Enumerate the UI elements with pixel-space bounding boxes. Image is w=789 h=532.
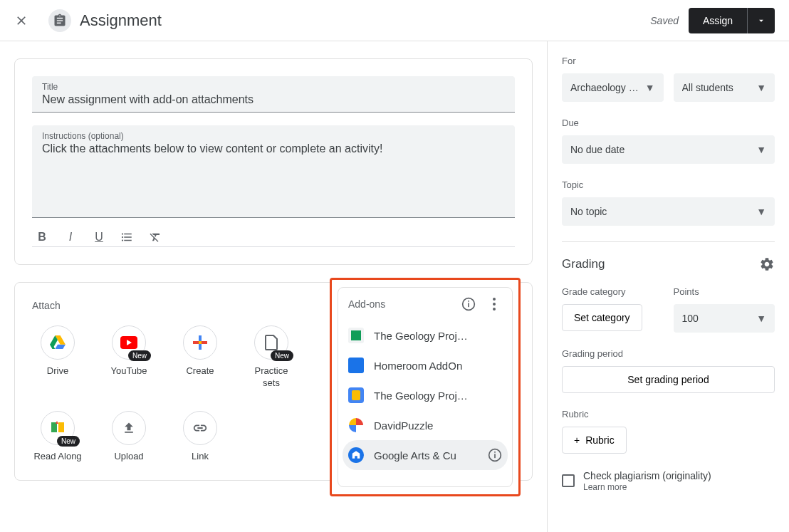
svg-rect-15 (494, 452, 496, 453)
upload-icon (112, 411, 146, 445)
instructions-value: Click the attachments below to view cont… (42, 142, 505, 155)
addon-item[interactable]: The Geology Proj… (338, 320, 512, 350)
saved-status: Saved (650, 15, 679, 26)
title-label: Title (42, 82, 505, 92)
addon-item[interactable]: Homeroom AddOn (338, 350, 512, 380)
class-select[interactable]: Archaeology … ▼ (562, 73, 664, 102)
info-icon[interactable] (461, 296, 476, 312)
page-title: Assignment (80, 11, 162, 30)
svg-rect-3 (199, 341, 202, 344)
gear-icon[interactable] (759, 256, 775, 272)
for-label: For (562, 56, 775, 66)
attach-create[interactable]: Create (174, 325, 226, 390)
practice-sets-icon: New (254, 325, 288, 360)
grading-period-label: Grading period (562, 348, 775, 359)
chevron-down-icon: ▼ (645, 82, 655, 93)
svg-rect-5 (468, 303, 469, 307)
chevron-down-icon: ▼ (756, 206, 766, 217)
svg-rect-10 (351, 330, 361, 340)
learn-more-link[interactable]: Learn more (583, 482, 711, 492)
plagiarism-label: Check plagiarism (originality) (583, 469, 711, 482)
addon-icon (348, 417, 364, 433)
assign-button[interactable]: Assign (689, 8, 747, 33)
sidebar: For Archaeology … ▼ All students ▼ Due N… (547, 41, 789, 532)
italic-button[interactable]: I (63, 231, 78, 244)
app-header: Assignment Saved Assign (0, 0, 789, 41)
addon-item[interactable]: The Geology Proj… (338, 380, 512, 410)
addon-item-hover[interactable]: Google Arts & Cu (343, 440, 508, 470)
rubric-button[interactable]: + Rubric (562, 427, 627, 454)
topic-select[interactable]: No topic ▼ (562, 197, 775, 226)
attach-upload[interactable]: Upload (103, 411, 155, 463)
drive-icon (41, 325, 75, 360)
more-icon[interactable] (486, 296, 502, 312)
svg-rect-14 (494, 454, 496, 458)
set-category-button[interactable]: Set category (562, 304, 642, 331)
addons-title: Add-ons (348, 298, 451, 310)
youtube-icon: New (112, 325, 146, 360)
points-select[interactable]: 100 ▼ (674, 304, 775, 333)
due-select[interactable]: No due date ▼ (562, 135, 775, 164)
students-select[interactable]: All students ▼ (674, 73, 775, 102)
topic-label: Topic (562, 179, 775, 190)
create-icon (183, 325, 217, 360)
clear-format-button[interactable] (149, 231, 163, 244)
addon-item[interactable]: DavidPuzzle (338, 410, 512, 440)
chevron-down-icon: ▼ (756, 313, 766, 324)
set-grading-period-button[interactable]: Set grading period (562, 366, 775, 393)
addon-icon (348, 387, 364, 403)
attach-link[interactable]: Link (174, 411, 226, 463)
grading-title: Grading (562, 257, 759, 271)
due-label: Due (562, 118, 775, 128)
format-toolbar: B I U (32, 224, 515, 247)
grade-category-label: Grade category (562, 286, 664, 297)
instructions-field[interactable]: Instructions (optional) Click the attach… (32, 125, 515, 218)
title-value: New assignment with add-on attachments (42, 93, 505, 106)
addons-highlight: Add-ons The Geology Proj… Homeroom AddOn (330, 278, 521, 496)
attach-practice-sets[interactable]: New Practice sets (246, 325, 297, 390)
svg-point-7 (493, 298, 496, 301)
plagiarism-checkbox[interactable] (562, 474, 575, 487)
title-field[interactable]: Title New assignment with add-on attachm… (32, 76, 515, 113)
close-button[interactable] (14, 14, 28, 28)
addon-icon (348, 358, 364, 373)
addon-icon (348, 328, 364, 343)
attach-read-along[interactable]: New Read Along (32, 411, 83, 463)
plus-icon: + (574, 434, 580, 446)
rubric-label: Rubric (562, 409, 775, 419)
instructions-label: Instructions (optional) (42, 131, 505, 141)
chevron-down-icon: ▼ (756, 82, 766, 93)
assign-dropdown[interactable] (747, 8, 775, 33)
bold-button[interactable]: B (35, 231, 49, 244)
assignment-form-card: Title New assignment with add-on attachm… (14, 58, 533, 265)
attach-drive[interactable]: Drive (32, 325, 83, 390)
addon-icon (348, 447, 364, 463)
info-icon[interactable] (488, 448, 502, 462)
points-label: Points (674, 286, 775, 297)
attach-youtube[interactable]: New YouTube (103, 325, 155, 390)
list-button[interactable] (120, 231, 135, 244)
assignment-icon (48, 9, 71, 32)
svg-point-9 (493, 308, 496, 311)
svg-rect-11 (352, 390, 360, 400)
svg-point-8 (493, 303, 496, 306)
read-along-icon: New (41, 411, 75, 445)
svg-rect-6 (468, 301, 469, 302)
link-icon (183, 411, 217, 445)
underline-button[interactable]: U (92, 231, 106, 244)
addons-panel: Add-ons The Geology Proj… Homeroom AddOn (338, 287, 513, 487)
chevron-down-icon: ▼ (756, 144, 766, 155)
svg-rect-12 (352, 454, 359, 455)
